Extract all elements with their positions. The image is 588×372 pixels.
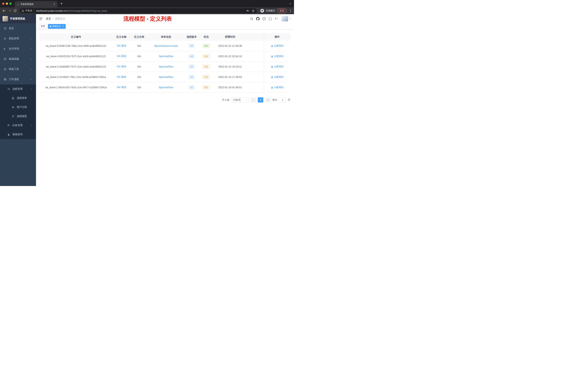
status-badge: 挂起 [202,65,210,69]
definition-name-link[interactable]: OA 请假 [117,65,126,68]
sidebar-item-workflow[interactable]: 工作流程 [0,74,36,85]
person-icon [7,133,12,136]
sidebar-item-task-management[interactable]: 任务管理 [0,121,36,130]
definition-category: OA [131,72,148,82]
goto-page-input[interactable] [279,97,286,102]
back-icon[interactable] [1,8,7,13]
sidebar-item-system[interactable]: 系统管理 [0,33,36,44]
form-info-link[interactable]: /bpm/oa/flow [159,86,173,89]
app-logo[interactable]: 芋道管理系统 [0,14,36,23]
avatar-caret-down-icon: ▼ [289,18,291,20]
definition-id: oa_leave:4:991f2193-7b7f-11ec-a3c8-acde4… [40,51,112,61]
definition-category: OA [131,82,148,92]
page-size-select[interactable]: 10条/页 [231,97,249,102]
breadcrumb-home[interactable]: 首页 [46,17,51,20]
chevron-down-icon [30,124,32,127]
breadcrumb: 首页 / 流程定义 [46,17,65,20]
tag-close-icon[interactable]: ✕ [62,25,64,27]
person-icon [271,76,273,78]
next-page-button[interactable] [265,97,271,102]
hamburger-icon[interactable] [39,17,43,21]
assign-rule-link[interactable]: 分配规则 [271,75,284,79]
reload-icon[interactable] [12,8,18,13]
sidebar-item-infrastructure[interactable]: 基础设施 [0,54,36,64]
password-key-icon[interactable] [246,9,250,12]
assign-rule-link[interactable]: 分配规则 [271,65,284,68]
dashboard-icon [4,27,8,30]
column-header: 流程版本 [184,33,199,41]
new-tab-button[interactable]: + [59,1,64,6]
paper-plane-icon [12,115,16,118]
definition-name-link[interactable]: OA 请假 [117,86,126,89]
chrome-update-button[interactable]: 更新 [277,8,287,13]
sidebar-item-process-management[interactable]: 流程管理 [0,85,36,94]
definition-id: oa_leave:1:482ec033-762a-11ec-8477-a2380… [40,82,112,92]
person-icon [271,66,273,68]
pagination: 共 5 条 10条/页 1 前往 [40,97,290,102]
main-panel: 首页 / 流程定义 流程模型 - 定义列表 ? [36,14,294,186]
sidebar-item-devtools[interactable]: 研发工具 [0,64,36,74]
browser-menu-kebab-icon[interactable] [289,9,293,12]
assign-rule-link[interactable]: 分配规则 [271,55,284,58]
chevron-up-icon [30,78,32,80]
deploy-time: 2022-01-22 19:19:11 [213,62,247,72]
definition-id: oa_leave:3:1fad3d93-7b75-11ec-a3c8-acde4… [40,62,112,72]
table-row: oa_leave:5:004b710b-7b8a-11ec-8ef0-acde4… [40,41,290,51]
page-suffix-label: 页 [288,98,290,101]
sidebar-item-home[interactable]: 首页 [0,23,36,33]
sidebar-item-process-form[interactable]: 流程表单 [0,94,36,103]
sidebar-item-leave-query[interactable]: 请假查询 [0,130,36,139]
definition-name-link[interactable]: OA 请假 [117,55,126,58]
sidebar-item-user-group[interactable]: 用户分组 [0,103,36,112]
sidebar-item-process-model[interactable]: 流程模型 [0,112,36,121]
browser-window: 芋道管理系统 ✕ + 不安全 dashboard.yudao.iocoder.c… [0,0,294,186]
forward-icon[interactable] [7,8,12,13]
pagination-total: 共 5 条 [222,98,230,101]
svg-text:T: T [275,17,276,20]
status-badge: 挂起 [202,75,210,79]
omnibox-divider [34,10,34,12]
tab-search-chevron-icon[interactable] [289,2,292,5]
workflow-submenu: 流程管理 流程表单 用户分组 [0,85,36,139]
fullscreen-icon[interactable] [268,17,272,21]
search-icon[interactable] [250,17,254,21]
prev-page-button[interactable] [251,97,256,102]
form-info-link[interactable]: /bpm/oa/flow [159,55,173,58]
version-badge: v1 [189,85,195,89]
user-avatar-menu[interactable]: ▼ [282,16,291,22]
sidebar-item-payment[interactable]: ¥ 支付管理 [0,44,36,54]
help-icon[interactable]: ? [262,17,266,21]
assign-rule-link[interactable]: 分配规则 [271,44,284,47]
assign-rule-link[interactable]: 分配规则 [271,86,284,89]
security-label: 不安全 [25,9,32,12]
tab-close-icon[interactable]: ✕ [53,3,56,6]
form-info-link[interactable]: /bpm/oa/leave/create [154,44,178,47]
deploy-time: 2022-01-16 17:46:53 [213,72,247,82]
row-spacer [247,72,264,82]
page-number-button[interactable]: 1 [258,97,263,102]
tag-home[interactable]: 首页 [39,24,47,29]
form-info-link[interactable]: /bpm/oa/flow [159,76,173,78]
person-icon [271,55,273,57]
window-minimize-button[interactable] [6,2,8,5]
incognito-spy-icon [260,9,264,13]
page-annotation: 流程模型 - 定义列表 [124,15,172,22]
version-badge: v5 [189,44,195,48]
tag-process-definition[interactable]: 流程定义 ✕ [48,24,66,29]
not-secure-warning-icon[interactable] [21,10,24,12]
definition-name-link[interactable]: OA 请假 [117,75,126,79]
status-badge: 激活 [202,44,210,48]
definition-id: oa_leave:5:004b710b-7b8a-11ec-8ef0-acde4… [40,41,112,51]
bookmark-star-icon[interactable] [252,9,255,12]
window-zoom-button[interactable] [10,2,12,5]
address-bar[interactable]: 不安全 dashboard.yudao.iocoder.cn/bpm/manag… [19,8,257,13]
table-row: oa_leave:4:991f2193-7b7f-11ec-a3c8-acde4… [40,51,290,62]
github-icon[interactable] [256,17,260,21]
deploy-time: 2022-01-22 21:48:38 [213,41,247,51]
tab-strip: 芋道管理系统 ✕ + [0,0,294,7]
browser-tab[interactable]: 芋道管理系统 ✕ [15,1,57,7]
window-close-button[interactable] [2,2,4,5]
font-size-icon[interactable]: TT [274,17,279,21]
form-info-link[interactable]: /bpm/oa/flow [159,65,173,68]
definition-name-link[interactable]: OA 请假 [117,44,126,47]
